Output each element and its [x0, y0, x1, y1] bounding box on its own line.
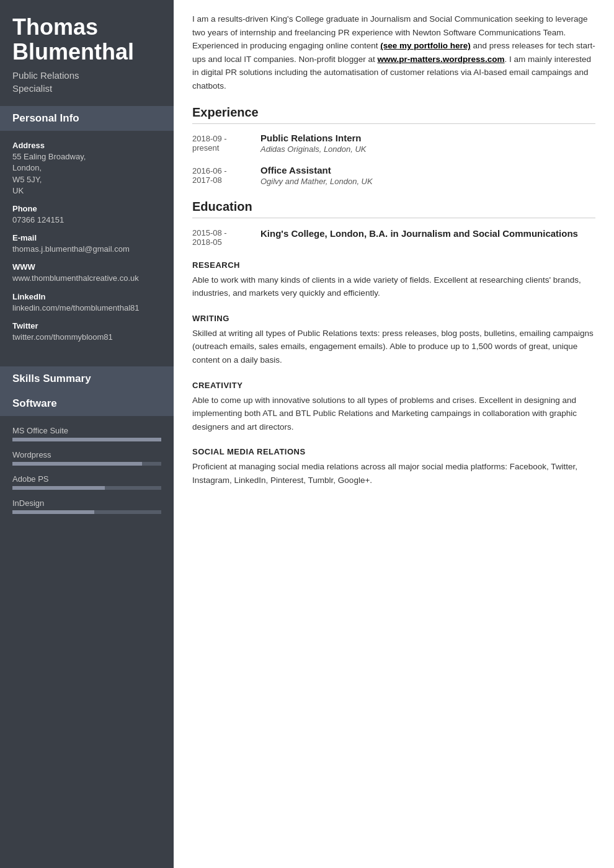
skill-wordpress-bar-fill: [12, 462, 142, 466]
skill-adobe-ps-bar-bg: [12, 486, 161, 490]
skill-adobe-ps-name: Adobe PS: [12, 474, 161, 484]
software-content: MS Office Suite Wordpress Adobe PS InDes…: [0, 416, 174, 533]
personal-info-header: Personal Info: [0, 106, 174, 131]
research-title: RESEARCH: [192, 260, 595, 270]
skill-adobe-ps-bar-fill: [12, 486, 105, 490]
exp-details-1: Public Relations Intern Adidas Originals…: [260, 133, 595, 154]
exp-item-2: 2016-06 -2017-08 Office Assistant Ogilvy…: [192, 165, 595, 186]
software-header: Software: [0, 391, 174, 416]
experience-title: Experience: [192, 105, 595, 124]
skill-adobe-ps: Adobe PS: [12, 474, 161, 490]
exp-details-2: Office Assistant Ogilvy and Mather, Lond…: [260, 165, 595, 186]
skill-indesign-name: InDesign: [12, 498, 161, 508]
writing-section: WRITING Skilled at writing all types of …: [192, 314, 595, 367]
education-section: Education 2015-08 -2018-05 King's Colleg…: [192, 200, 595, 247]
exp-role-1: Public Relations Intern: [260, 133, 595, 143]
email-value: thomas.j.blumenthal@gmail.com: [12, 244, 161, 255]
edu-degree-1: King's College, London, B.A. in Journali…: [260, 227, 595, 240]
writing-description: Skilled at writing all types of Public R…: [192, 327, 595, 367]
address-label: Address: [12, 141, 161, 150]
linkedin-item: LinkedIn linkedin.com/me/thomblumenthal8…: [12, 292, 161, 314]
twitter-item: Twitter twitter.com/thommybloom81: [12, 321, 161, 343]
education-title: Education: [192, 200, 595, 218]
exp-company-2: Ogilvy and Mather, London, UK: [260, 177, 595, 186]
personal-info-content: Address 55 Ealing Broadway,London,W5 5JY…: [0, 131, 174, 360]
skills-summary-header: Skills Summary: [0, 366, 174, 391]
phone-item: Phone 07366 124151: [12, 204, 161, 226]
creativity-section: CREATIVITY Able to come up with innovati…: [192, 381, 595, 434]
email-label: E-mail: [12, 233, 161, 242]
intro-paragraph: I am a results-driven King's College gra…: [192, 12, 595, 93]
social-media-description: Proficient at managing social media rela…: [192, 460, 595, 487]
research-description: Able to work with many kinds of clients …: [192, 273, 595, 300]
skill-ms-office-bar-fill: [12, 438, 161, 441]
exp-role-2: Office Assistant: [260, 165, 595, 175]
sidebar: Thomas Blumenthal Public RelationsSpecia…: [0, 0, 174, 868]
exp-company-1: Adidas Originals, London, UK: [260, 144, 595, 154]
skill-wordpress-bar-bg: [12, 462, 161, 466]
phone-label: Phone: [12, 204, 161, 213]
phone-value: 07366 124151: [12, 215, 161, 226]
writing-title: WRITING: [192, 314, 595, 323]
skill-ms-office-bar-bg: [12, 438, 161, 441]
twitter-value: twitter.com/thommybloom81: [12, 332, 161, 343]
linkedin-value: linkedin.com/me/thomblumenthal81: [12, 303, 161, 314]
creativity-title: CREATIVITY: [192, 381, 595, 390]
social-media-section: SOCIAL MEDIA RELATIONS Proficient at man…: [192, 447, 595, 487]
social-media-title: SOCIAL MEDIA RELATIONS: [192, 447, 595, 456]
address-value: 55 Ealing Broadway,London,W5 5JY,UK: [12, 151, 161, 197]
main-content: I am a results-driven King's College gra…: [174, 0, 614, 868]
twitter-label: Twitter: [12, 321, 161, 330]
edu-item-1: 2015-08 -2018-05 King's College, London,…: [192, 227, 595, 247]
edu-dates-1: 2015-08 -2018-05: [192, 227, 260, 247]
www-item: WWW www.thomblumenthalcreative.co.uk: [12, 262, 161, 284]
skill-indesign: InDesign: [12, 498, 161, 514]
exp-dates-1: 2018-09 -present: [192, 133, 260, 154]
portfolio-link[interactable]: (see my portfolio here): [380, 41, 471, 50]
sidebar-header: Thomas Blumenthal Public RelationsSpecia…: [0, 0, 174, 106]
skill-wordpress: Wordpress: [12, 450, 161, 466]
creativity-description: Able to come up with innovative solution…: [192, 394, 595, 434]
research-section: RESEARCH Able to work with many kinds of…: [192, 260, 595, 300]
linkedin-label: LinkedIn: [12, 292, 161, 301]
www-label: WWW: [12, 262, 161, 272]
blog-link[interactable]: www.pr-matters.wordpress.com: [377, 55, 504, 64]
skill-wordpress-name: Wordpress: [12, 450, 161, 459]
email-item: E-mail thomas.j.blumenthal@gmail.com: [12, 233, 161, 255]
candidate-title: Public RelationsSpecialist: [12, 69, 161, 95]
experience-section: Experience 2018-09 -present Public Relat…: [192, 105, 595, 186]
skill-indesign-bar-fill: [12, 510, 94, 514]
candidate-name: Thomas Blumenthal: [12, 15, 161, 64]
exp-dates-2: 2016-06 -2017-08: [192, 165, 260, 186]
skill-ms-office: MS Office Suite: [12, 426, 161, 441]
skill-indesign-bar-bg: [12, 510, 161, 514]
edu-details-1: King's College, London, B.A. in Journali…: [260, 227, 595, 247]
skill-ms-office-name: MS Office Suite: [12, 426, 161, 435]
www-value: www.thomblumenthalcreative.co.uk: [12, 273, 161, 284]
skills-sections: RESEARCH Able to work with many kinds of…: [192, 260, 595, 487]
exp-item-1: 2018-09 -present Public Relations Intern…: [192, 133, 595, 154]
address-item: Address 55 Ealing Broadway,London,W5 5JY…: [12, 141, 161, 197]
